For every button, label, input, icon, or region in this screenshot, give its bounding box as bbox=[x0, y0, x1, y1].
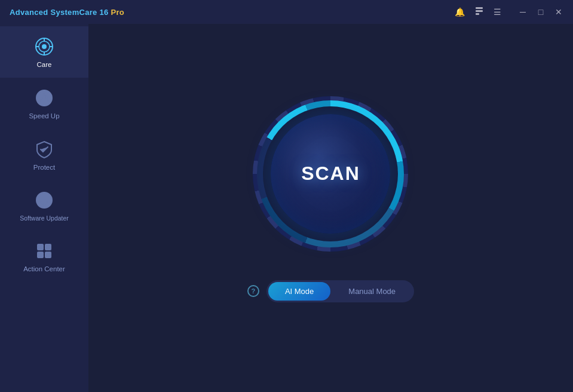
main-layout: Care Speed Up Protect bbox=[0, 24, 573, 392]
svg-rect-2 bbox=[476, 13, 479, 15]
scan-ring-middle: SCAN bbox=[262, 105, 399, 243]
care-icon bbox=[33, 36, 55, 57]
scan-button[interactable]: SCAN bbox=[271, 114, 390, 234]
notification-icon[interactable]: 🔔 bbox=[455, 7, 465, 17]
sidebar-item-action-center-label: Action Center bbox=[23, 265, 65, 274]
svg-rect-16 bbox=[37, 252, 44, 258]
ai-mode-button[interactable]: AI Mode bbox=[268, 282, 330, 301]
sidebar-item-protect[interactable]: Protect bbox=[0, 129, 88, 180]
sidebar-item-protect-label: Protect bbox=[33, 164, 55, 172]
scan-ring-outer: SCAN bbox=[253, 96, 408, 252]
svg-rect-1 bbox=[476, 10, 483, 12]
content-area: SCAN ? AI Mode Manual Mode bbox=[88, 24, 573, 392]
svg-point-5 bbox=[42, 44, 47, 49]
sidebar-item-care[interactable]: Care bbox=[0, 26, 88, 78]
sidebar-item-action-center[interactable]: Action Center bbox=[0, 231, 88, 282]
mode-buttons: AI Mode Manual Mode bbox=[266, 280, 414, 302]
scan-container: SCAN ? AI Mode Manual Mode bbox=[247, 96, 414, 302]
mode-help-label: ? bbox=[252, 287, 256, 295]
manual-mode-button[interactable]: Manual Mode bbox=[332, 282, 412, 301]
sidebar-item-care-label: Care bbox=[37, 61, 52, 69]
minimize-button[interactable]: ─ bbox=[518, 7, 528, 17]
window-controls: ─ □ ✕ bbox=[518, 7, 563, 17]
svg-rect-0 bbox=[476, 7, 483, 9]
svg-rect-17 bbox=[45, 252, 51, 258]
svg-rect-14 bbox=[37, 244, 44, 250]
sidebar-item-software-updater[interactable]: Software Updater bbox=[0, 180, 88, 231]
titlebar-icons: 🔔 ☰ bbox=[455, 7, 501, 18]
svg-point-10 bbox=[36, 90, 52, 106]
sidebar-item-speed-up[interactable]: Speed Up bbox=[0, 78, 88, 129]
sidebar-item-software-updater-label: Software Updater bbox=[20, 215, 69, 222]
protect-icon bbox=[33, 139, 55, 160]
app-title: Advanced SystemCare 16 Pro bbox=[10, 8, 124, 17]
maximize-button[interactable]: □ bbox=[536, 7, 546, 17]
menu-icon[interactable]: ☰ bbox=[494, 7, 501, 17]
close-button[interactable]: ✕ bbox=[554, 7, 563, 17]
action-center-icon bbox=[33, 240, 55, 262]
app-edition: Pro bbox=[111, 8, 125, 17]
sidebar: Care Speed Up Protect bbox=[0, 24, 88, 392]
speed-up-icon bbox=[33, 87, 55, 109]
software-updater-icon bbox=[33, 189, 55, 211]
scan-label: SCAN bbox=[301, 163, 360, 185]
app-title-text: Advanced SystemCare bbox=[10, 8, 100, 17]
sidebar-item-speed-up-label: Speed Up bbox=[29, 112, 59, 121]
app-version: 16 bbox=[100, 8, 109, 17]
mode-help-button[interactable]: ? bbox=[247, 285, 259, 297]
mode-selector: ? AI Mode Manual Mode bbox=[247, 280, 414, 302]
titlebar: Advanced SystemCare 16 Pro 🔔 ☰ ─ □ ✕ bbox=[0, 0, 573, 24]
account-icon[interactable] bbox=[474, 7, 484, 18]
svg-rect-15 bbox=[45, 244, 51, 250]
